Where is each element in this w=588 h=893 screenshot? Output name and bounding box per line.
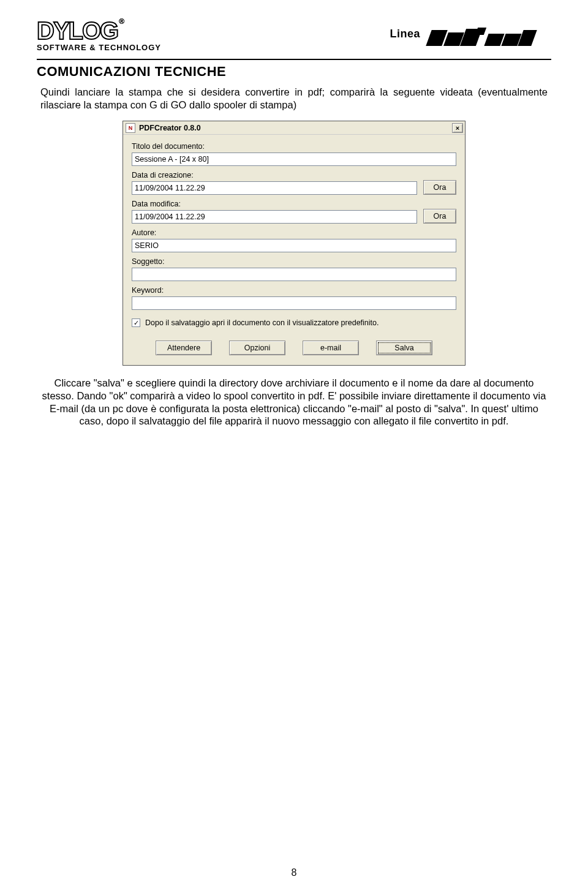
close-icon: ×	[456, 124, 459, 132]
ora-button-2[interactable]: Ora	[423, 209, 456, 224]
creazione-input[interactable]	[132, 181, 417, 195]
checkbox-label: Dopo il salvataggio apri il documento co…	[145, 318, 379, 327]
app-icon: N	[126, 123, 135, 133]
email-button[interactable]: e-mail	[303, 341, 359, 355]
field-titolo: Titolo del documento:	[132, 142, 456, 166]
field-autore: Autore:	[132, 228, 456, 252]
dialog-titlebar: N PDFCreator 0.8.0 ×	[123, 121, 465, 135]
dialog-title: PDFCreator 0.8.0	[139, 124, 448, 132]
linea-brand-logo	[429, 21, 551, 46]
field-soggetto: Soggetto:	[132, 257, 456, 281]
page-header: DYLOG® SOFTWARE & TECHNOLOGY Linea	[37, 12, 551, 55]
checkbox-row: ✓ Dopo il salvataggio apri il documento …	[132, 318, 456, 327]
dialog-button-row: Attendere Opzioni e-mail Salva	[132, 338, 456, 356]
opzioni-button[interactable]: Opzioni	[229, 341, 285, 355]
intro-paragraph: Quindi lanciare la stampa che si desider…	[37, 86, 551, 111]
registered-icon: ®	[119, 17, 123, 26]
header-divider	[37, 59, 551, 60]
dialog-body: Titolo del documento: Data di creazione:…	[123, 135, 465, 365]
field-creazione: Data di creazione: Ora	[132, 171, 456, 195]
keyword-input[interactable]	[132, 296, 456, 310]
titolo-input[interactable]	[132, 153, 456, 166]
open-after-save-checkbox[interactable]: ✓	[132, 318, 140, 327]
pdfcreator-dialog: N PDFCreator 0.8.0 × Titolo del document…	[123, 121, 466, 366]
brand-tagline: SOFTWARE & TECHNOLOGY	[37, 43, 196, 52]
brand-name: DYLOG®	[37, 20, 196, 42]
close-button[interactable]: ×	[452, 123, 463, 133]
attendere-button[interactable]: Attendere	[156, 341, 212, 355]
soggetto-label: Soggetto:	[132, 257, 456, 266]
autore-label: Autore:	[132, 228, 456, 237]
autore-input[interactable]	[132, 239, 456, 252]
document-page: DYLOG® SOFTWARE & TECHNOLOGY Linea COMUN…	[0, 0, 588, 893]
header-right: Linea	[390, 21, 551, 46]
creazione-label: Data di creazione:	[132, 171, 417, 179]
keyword-label: Keyword:	[132, 286, 456, 295]
field-modifica: Data modifica: Ora	[132, 200, 456, 224]
brand-name-text: DYLOG	[37, 17, 118, 44]
ora-button-1[interactable]: Ora	[423, 180, 456, 195]
outro-paragraph: Cliccare "salva" e scegliere quindi la d…	[37, 377, 551, 428]
page-number: 8	[0, 867, 588, 878]
modifica-label: Data modifica:	[132, 200, 417, 208]
linea-label: Linea	[390, 28, 420, 40]
brand-logo: DYLOG® SOFTWARE & TECHNOLOGY	[37, 15, 196, 52]
titolo-label: Titolo del documento:	[132, 142, 456, 151]
field-keyword: Keyword:	[132, 286, 456, 310]
section-title: COMUNICAZIONI TECNICHE	[37, 64, 551, 80]
modifica-input[interactable]	[132, 210, 417, 224]
soggetto-input[interactable]	[132, 268, 456, 281]
salva-button[interactable]: Salva	[376, 341, 432, 355]
